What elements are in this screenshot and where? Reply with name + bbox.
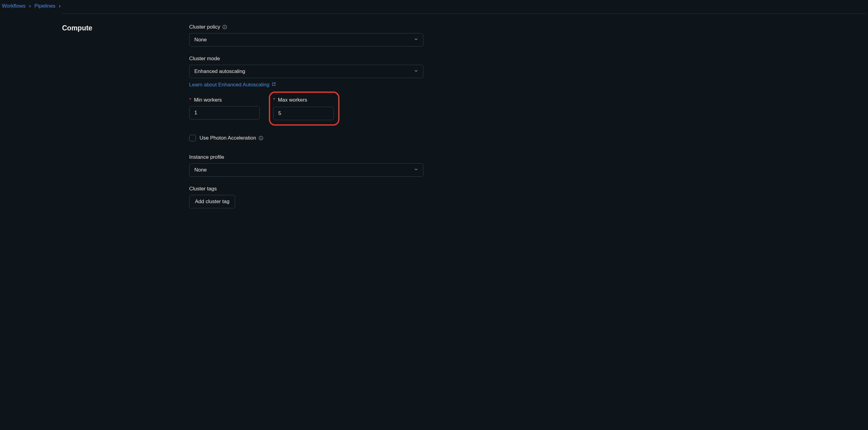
label-max-workers: * Max workers <box>273 97 334 103</box>
checkbox-photon[interactable] <box>189 135 196 142</box>
add-cluster-tag-button[interactable]: Add cluster tag <box>189 195 235 208</box>
chevron-down-icon <box>414 37 418 43</box>
select-value: Enhanced autoscaling <box>194 68 245 74</box>
label-text: Cluster tags <box>189 186 217 192</box>
breadcrumb-pipelines[interactable]: Pipelines <box>34 3 55 9</box>
field-min-workers: * Min workers <box>189 97 260 126</box>
label-text: Cluster mode <box>189 56 220 62</box>
select-value: None <box>194 167 207 173</box>
svg-rect-2 <box>224 27 225 28</box>
chevron-down-icon <box>414 167 418 173</box>
field-max-workers-highlighted: * Max workers <box>269 92 339 126</box>
breadcrumb: Workflows Pipelines <box>0 0 868 13</box>
section-title-compute: Compute <box>62 24 189 217</box>
link-enhanced-autoscaling[interactable]: Learn about Enhanced Autoscaling <box>189 82 276 88</box>
form-column: Cluster policy None Cluster mode Enhance… <box>189 24 423 217</box>
select-instance-profile[interactable]: None <box>189 163 423 177</box>
label-photon: Use Photon Acceleration <box>199 135 264 141</box>
field-instance-profile: Instance profile None <box>189 154 423 177</box>
label-text: Max workers <box>278 97 307 103</box>
chevron-down-icon <box>414 68 418 74</box>
main-content: Compute Cluster policy None Cluster mode <box>0 14 868 217</box>
label-cluster-policy: Cluster policy <box>189 24 423 30</box>
info-icon[interactable] <box>222 25 227 30</box>
info-icon[interactable] <box>258 135 264 141</box>
label-text: Cluster policy <box>189 24 220 30</box>
field-cluster-tags: Cluster tags Add cluster tag <box>189 186 423 208</box>
required-asterisk: * <box>189 97 191 103</box>
workers-row: * Min workers * Max workers <box>189 97 423 126</box>
field-cluster-policy: Cluster policy None <box>189 24 423 47</box>
svg-point-1 <box>224 26 225 27</box>
field-photon: Use Photon Acceleration <box>189 135 423 142</box>
label-instance-profile: Instance profile <box>189 154 423 160</box>
label-text: Instance profile <box>189 154 224 160</box>
input-min-workers[interactable] <box>189 106 260 120</box>
label-min-workers: * Min workers <box>189 97 260 103</box>
svg-point-4 <box>261 137 261 137</box>
select-cluster-mode[interactable]: Enhanced autoscaling <box>189 65 423 78</box>
required-asterisk: * <box>273 97 275 103</box>
label-text: Min workers <box>194 97 222 103</box>
label-cluster-tags: Cluster tags <box>189 186 423 192</box>
label-text: Use Photon Acceleration <box>199 135 256 141</box>
input-max-workers[interactable] <box>273 107 334 120</box>
chevron-right-icon <box>29 4 31 8</box>
label-cluster-mode: Cluster mode <box>189 56 423 62</box>
breadcrumb-workflows[interactable]: Workflows <box>2 3 26 9</box>
field-cluster-mode: Cluster mode Enhanced autoscaling Learn … <box>189 56 423 88</box>
chevron-right-icon <box>58 4 61 8</box>
external-link-icon <box>272 82 276 88</box>
select-value: None <box>194 37 207 43</box>
select-cluster-policy[interactable]: None <box>189 33 423 47</box>
link-text: Learn about Enhanced Autoscaling <box>189 82 270 88</box>
